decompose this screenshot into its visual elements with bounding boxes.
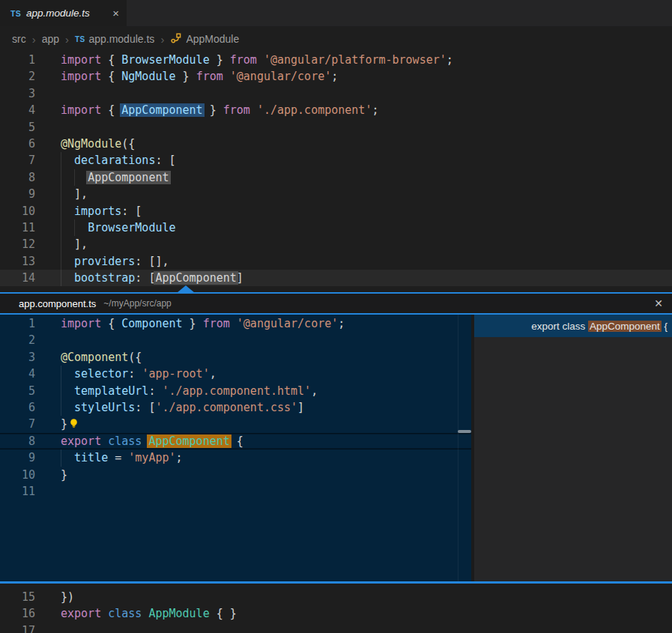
peek-references-list: export class AppComponent { <box>474 315 672 581</box>
line-number[interactable]: 9 <box>0 449 35 466</box>
code-line-10[interactable]: 10} <box>0 467 471 483</box>
peek-body: 1import { Component } from '@angular/cor… <box>0 315 672 581</box>
overview-ruler-mark[interactable] <box>458 430 471 433</box>
code-line-12[interactable]: 12 ], <box>0 236 672 252</box>
breadcrumb-label: src <box>12 33 26 45</box>
code-line-7[interactable]: 7 declarations: [ <box>0 152 672 169</box>
breadcrumb-item-app-module-ts[interactable]: TSapp.module.ts <box>75 33 154 45</box>
code-line-3[interactable]: 3@Component({ <box>0 349 471 366</box>
breadcrumb-item-appmodule[interactable]: AppModule <box>170 32 239 46</box>
breadcrumb-item-src[interactable]: src <box>12 33 26 45</box>
line-number[interactable]: 5 <box>0 119 35 136</box>
peek-view-widget: app.component.ts ~/myApp/src/app ✕ 1impo… <box>0 285 672 584</box>
line-number[interactable]: 6 <box>0 136 35 152</box>
code-text: AppComponent <box>35 169 169 186</box>
code-text: } <box>35 416 79 432</box>
indent-guide <box>61 449 61 466</box>
code-line-6[interactable]: 6 styleUrls: ['./app.component.css'] <box>0 399 471 416</box>
code-line-8[interactable]: 8 AppComponent <box>0 169 672 186</box>
code-text: ], <box>35 186 88 202</box>
code-text: templateUrl: './app.component.html', <box>35 383 318 399</box>
code-line-2[interactable]: 2 <box>0 332 471 348</box>
code-line-9[interactable]: 9 title = 'myApp'; <box>0 449 471 466</box>
line-number[interactable]: 10 <box>0 467 35 483</box>
line-number[interactable]: 8 <box>0 433 35 449</box>
line-number[interactable]: 12 <box>0 236 35 252</box>
typescript-file-icon: TS <box>10 9 21 18</box>
code-line-3[interactable]: 3 <box>0 85 672 102</box>
reference-match-highlight: AppComponent <box>588 321 662 332</box>
line-number[interactable]: 8 <box>0 169 35 186</box>
line-number[interactable]: 2 <box>0 68 35 85</box>
line-number[interactable]: 14 <box>0 270 35 286</box>
line-number[interactable]: 7 <box>0 416 35 432</box>
line-number[interactable]: 1 <box>0 315 35 332</box>
line-number[interactable]: 17 <box>0 623 35 633</box>
code-text: import { BrowserModule } from '@angular/… <box>35 52 453 68</box>
code-line-5[interactable]: 5 templateUrl: './app.component.html', <box>0 383 471 399</box>
close-icon[interactable]: × <box>112 7 119 19</box>
code-text: import { NgModule } from '@angular/core'… <box>35 68 338 85</box>
line-number[interactable]: 2 <box>0 332 35 348</box>
code-line-4[interactable]: 4import { AppComponent } from './app.com… <box>0 102 672 118</box>
code-line-6[interactable]: 6@NgModule({ <box>0 136 672 152</box>
breadcrumb-item-app[interactable]: app <box>42 33 59 45</box>
breadcrumb-label: AppModule <box>186 33 239 45</box>
line-number[interactable]: 3 <box>0 85 35 102</box>
peek-editor: 1import { Component } from '@angular/cor… <box>0 315 471 581</box>
code-line-8[interactable]: 8export class AppComponent { <box>0 433 471 449</box>
code-text: BrowserModule <box>35 219 176 236</box>
line-number[interactable]: 1 <box>0 52 35 68</box>
code-text <box>35 332 61 348</box>
code-line-4[interactable]: 4 selector: 'app-root', <box>0 366 471 382</box>
lightbulb-code-action[interactable] <box>67 417 79 431</box>
tab-app-module-ts[interactable]: TS app.module.ts × <box>0 0 127 26</box>
code-line-9[interactable]: 9 ], <box>0 186 672 202</box>
line-number[interactable]: 9 <box>0 186 35 202</box>
line-number[interactable]: 15 <box>0 589 35 605</box>
breadcrumb-label: app.module.ts <box>88 33 154 45</box>
line-number[interactable]: 11 <box>0 219 35 236</box>
code-line-1[interactable]: 1import { BrowserModule } from '@angular… <box>0 52 672 68</box>
code-line-11[interactable]: 11 <box>0 483 471 500</box>
code-text: @NgModule({ <box>35 136 135 152</box>
code-line-10[interactable]: 10 imports: [ <box>0 203 672 219</box>
code-line-15[interactable]: 15}) <box>0 589 672 605</box>
code-line-1[interactable]: 1import { Component } from '@angular/cor… <box>0 315 471 332</box>
indent-guide <box>61 152 61 286</box>
line-number[interactable]: 5 <box>0 383 35 399</box>
close-icon[interactable]: ✕ <box>654 298 663 309</box>
line-number[interactable]: 13 <box>0 253 35 270</box>
line-number[interactable]: 7 <box>0 152 35 169</box>
line-number[interactable]: 16 <box>0 605 35 622</box>
chevron-right-icon: › <box>65 33 69 46</box>
code-text: title = 'myApp'; <box>35 449 183 466</box>
editor-main-bottom: 15})16export class AppModule { }17 <box>0 584 672 633</box>
line-number[interactable]: 3 <box>0 349 35 366</box>
code-line-2[interactable]: 2import { NgModule } from '@angular/core… <box>0 68 672 85</box>
code-text: ], <box>35 236 88 252</box>
code-text: export class AppComponent { <box>35 433 243 449</box>
reference-item[interactable]: export class AppComponent { <box>474 315 672 337</box>
peek-header[interactable]: app.component.ts ~/myApp/src/app ✕ <box>0 292 672 315</box>
code-line-14[interactable]: 14 bootstrap: [AppComponent] <box>0 270 672 286</box>
breadcrumb: src›app›TSapp.module.ts›AppModule <box>0 26 672 52</box>
code-text: providers: [], <box>35 253 169 270</box>
line-number[interactable]: 4 <box>0 366 35 382</box>
code-text: import { Component } from '@angular/core… <box>35 315 345 332</box>
code-text: selector: 'app-root', <box>35 366 217 382</box>
code-text <box>35 483 61 500</box>
line-number[interactable]: 4 <box>0 102 35 118</box>
line-number[interactable]: 11 <box>0 483 35 500</box>
lightbulb-icon <box>68 418 79 429</box>
code-line-16[interactable]: 16export class AppModule { } <box>0 605 672 622</box>
line-number[interactable]: 6 <box>0 399 35 416</box>
peek-title: app.component.ts <box>19 298 96 309</box>
breadcrumb-label: app <box>42 33 59 45</box>
code-line-5[interactable]: 5 <box>0 119 672 136</box>
line-number[interactable]: 10 <box>0 203 35 219</box>
code-line-7[interactable]: 7} <box>0 416 471 432</box>
code-line-13[interactable]: 13 providers: [], <box>0 253 672 270</box>
code-line-17[interactable]: 17 <box>0 623 672 633</box>
code-line-11[interactable]: 11 BrowserModule <box>0 219 672 236</box>
